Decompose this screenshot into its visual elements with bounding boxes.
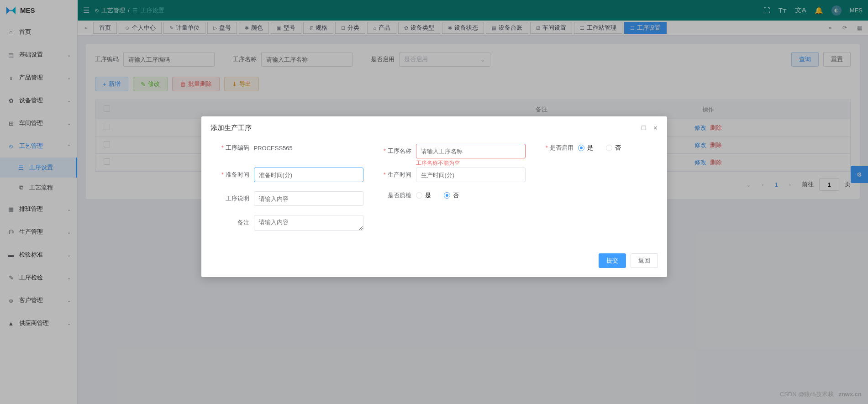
dialog-title: 添加生产工序 xyxy=(210,124,252,132)
prep-input[interactable] xyxy=(254,168,363,182)
remark-input[interactable] xyxy=(254,215,363,231)
submit-button[interactable]: 提交 xyxy=(599,253,626,268)
activate-windows: 激活 Windows xyxy=(811,394,854,403)
name-input[interactable] xyxy=(416,144,526,158)
modal-overlay[interactable]: 添加生产工序 ☐ ✕ 工序编码 PROCESS565 工序名称 工序名称不能为空… xyxy=(0,0,868,404)
desc-input[interactable] xyxy=(254,191,363,206)
enable-yes-radio[interactable]: 是 xyxy=(578,144,593,152)
close-icon[interactable]: ✕ xyxy=(653,125,658,131)
maximize-icon[interactable]: ☐ xyxy=(641,125,647,131)
dialog: 添加生产工序 ☐ ✕ 工序编码 PROCESS565 工序名称 工序名称不能为空… xyxy=(201,116,667,277)
name-error: 工序名称不能为空 xyxy=(416,159,460,167)
prep-label: 准备时间 xyxy=(215,171,249,179)
desc-label: 工序说明 xyxy=(215,194,249,203)
remark-label: 备注 xyxy=(215,219,249,227)
prod-label: 生产时间 xyxy=(377,171,411,179)
name-label: 工序名称 xyxy=(377,147,411,155)
cancel-button[interactable]: 返回 xyxy=(631,253,658,268)
code-value: PROCESS565 xyxy=(254,145,363,152)
enable-label: 是否启用 xyxy=(539,144,573,152)
qc-yes-radio[interactable]: 是 xyxy=(416,191,431,199)
enable-no-radio[interactable]: 否 xyxy=(606,144,621,152)
qc-label: 是否质检 xyxy=(377,191,411,199)
code-label: 工序编码 xyxy=(215,144,249,152)
prod-input[interactable] xyxy=(416,168,526,182)
qc-no-radio[interactable]: 否 xyxy=(444,191,459,199)
